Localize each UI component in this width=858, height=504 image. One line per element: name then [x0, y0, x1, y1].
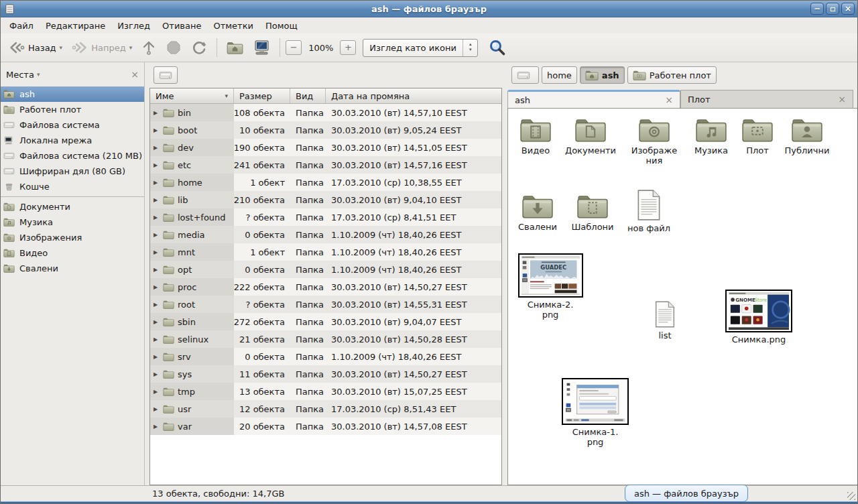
- expander-icon[interactable]: ▶: [154, 284, 160, 290]
- expander-icon[interactable]: ▶: [154, 249, 160, 255]
- menu-item[interactable]: Файл: [3, 19, 40, 33]
- table-row[interactable]: ▶ srv 0 обекта Папка 1.10.2009 (чт) 18,4…: [150, 348, 501, 365]
- expander-icon[interactable]: ▶: [154, 232, 160, 238]
- expander-icon[interactable]: ▶: [154, 127, 160, 133]
- column-header-size[interactable]: Размер: [234, 88, 290, 103]
- computer-button[interactable]: [249, 37, 274, 58]
- sidebar-close-icon[interactable]: ×: [131, 69, 139, 80]
- expander-icon[interactable]: ▶: [154, 214, 160, 220]
- table-row[interactable]: ▶ root ? обекта Папка 30.03.2010 (вт) 14…: [150, 296, 501, 313]
- sidebar-pane-selector[interactable]: Места ▾: [6, 70, 40, 80]
- tab-close-icon[interactable]: ×: [838, 94, 846, 105]
- maximize-button[interactable]: [826, 3, 839, 15]
- menu-item[interactable]: Отметки: [207, 19, 259, 33]
- breadcrumb[interactable]: ash: [580, 66, 625, 84]
- table-row[interactable]: ▶ opt 0 обекта Папка 1.10.2009 (чт) 18,4…: [150, 261, 501, 278]
- reload-button[interactable]: [187, 37, 211, 58]
- table-row[interactable]: ▶ dev 190 обекта Папка 30.03.2010 (вт) 1…: [150, 139, 501, 156]
- back-history-chevron[interactable]: ▾: [60, 44, 63, 51]
- sidebar-bookmark-item[interactable]: Свалени: [1, 261, 144, 276]
- folder-item-images[interactable]: Изображения: [625, 117, 683, 166]
- expander-icon[interactable]: ▶: [154, 267, 160, 273]
- expander-icon[interactable]: ▶: [154, 336, 160, 342]
- root-breadcrumb-button[interactable]: [154, 66, 178, 84]
- sidebar-bookmark-item[interactable]: Изображения: [1, 230, 144, 245]
- image-item-snimka2[interactable]: GUADEC Снимка-2.png: [513, 253, 588, 320]
- table-row[interactable]: ▶ var 20 обекта Папка 30.03.2010 (вт) 14…: [150, 418, 501, 435]
- home-button[interactable]: [223, 38, 247, 58]
- table-row[interactable]: ▶ proc 222 обекта Папка 30.03.2010 (вт) …: [150, 278, 501, 296]
- forward-button[interactable]: Напред ▾: [68, 38, 136, 57]
- expander-icon[interactable]: ▶: [154, 180, 160, 186]
- file-item-list[interactable]: list: [641, 300, 689, 341]
- folder-item-desktop[interactable]: Плот: [737, 117, 778, 156]
- table-row[interactable]: ▶ selinux 21 обекта Папка 30.03.2010 (вт…: [150, 330, 501, 348]
- table-row[interactable]: ▶ usr 12 обекта Папка 17.03.2010 (ср) 8,…: [150, 400, 501, 418]
- tab[interactable]: ash ×: [507, 90, 680, 108]
- column-header-name[interactable]: Име ▾: [150, 88, 234, 103]
- expander-icon[interactable]: ▶: [154, 424, 160, 430]
- menu-item[interactable]: Помощ: [259, 19, 304, 33]
- folder-item-templates[interactable]: Шаблони: [567, 193, 618, 233]
- view-mode-select[interactable]: Изглед като икони ▴▾: [363, 39, 478, 57]
- table-row[interactable]: ▶ mnt 1 обект Папка 1.10.2009 (чт) 18,40…: [150, 243, 501, 261]
- table-row[interactable]: ▶ lost+found ? обекта Папка 17.03.2010 (…: [150, 208, 501, 226]
- breadcrumb[interactable]: [511, 66, 539, 84]
- expander-icon[interactable]: ▶: [154, 302, 160, 308]
- column-header-type[interactable]: Вид: [290, 88, 326, 103]
- image-item-snimka[interactable]: GNOME Store Снимка.png: [720, 290, 798, 345]
- expander-icon[interactable]: ▶: [154, 162, 160, 168]
- sidebar-place-item[interactable]: Файлова система (210 MB): [1, 148, 144, 164]
- expander-icon[interactable]: ▶: [154, 406, 160, 412]
- sidebar-bookmark-item[interactable]: Документи: [1, 199, 144, 214]
- table-row[interactable]: ▶ tmp 13 обекта Папка 30.03.2010 (вт) 15…: [150, 383, 501, 400]
- minimize-button[interactable]: −: [810, 3, 824, 15]
- expander-icon[interactable]: ▶: [154, 354, 160, 360]
- expander-icon[interactable]: ▶: [154, 389, 160, 395]
- zoom-out-button[interactable]: −: [286, 40, 302, 55]
- table-row[interactable]: ▶ boot 10 обекта Папка 30.03.2010 (вт) 9…: [150, 121, 501, 139]
- expander-icon[interactable]: ▶: [154, 319, 160, 325]
- menu-item[interactable]: Отиване: [156, 19, 207, 33]
- folder-item-public[interactable]: Публични: [781, 117, 833, 156]
- zoom-in-button[interactable]: +: [340, 40, 356, 55]
- table-row[interactable]: ▶ etc 241 обекта Папка 30.03.2010 (вт) 1…: [150, 156, 501, 174]
- folder-item-downloads[interactable]: Свалени: [513, 193, 562, 233]
- expander-icon[interactable]: ▶: [154, 197, 160, 203]
- sidebar-place-item[interactable]: Кошче: [1, 179, 144, 194]
- back-button[interactable]: Назад ▾: [5, 38, 66, 57]
- table-row[interactable]: ▶ sbin 272 обекта Папка 30.03.2010 (вт) …: [150, 313, 501, 330]
- folder-item-documents[interactable]: Документи: [562, 117, 619, 156]
- folder-item-music[interactable]: Музика: [687, 117, 735, 156]
- stop-button[interactable]: [162, 37, 186, 58]
- sidebar-bookmark-item[interactable]: Видео: [1, 245, 144, 261]
- up-button[interactable]: [137, 37, 160, 58]
- sidebar-place-item[interactable]: ash: [1, 86, 144, 102]
- tab[interactable]: Плот ×: [680, 90, 853, 108]
- titlebar[interactable]: ash — файлов браузър − ×: [1, 1, 857, 17]
- table-row[interactable]: ▶ media 0 обекта Папка 1.10.2009 (чт) 18…: [150, 226, 501, 243]
- expander-icon[interactable]: ▶: [154, 145, 160, 151]
- expander-icon[interactable]: ▶: [154, 110, 160, 116]
- pane-splitter-2[interactable]: [502, 62, 507, 485]
- breadcrumb[interactable]: Работен плот: [627, 66, 717, 84]
- menu-item[interactable]: Редактиране: [40, 19, 111, 33]
- expander-icon[interactable]: ▶: [154, 371, 160, 377]
- table-row[interactable]: ▶ home 1 обект Папка 17.03.2010 (ср) 10,…: [150, 174, 501, 191]
- table-row[interactable]: ▶ lib 210 обекта Папка 30.03.2010 (вт) 9…: [150, 191, 501, 208]
- search-button[interactable]: [485, 36, 510, 59]
- sidebar-place-item[interactable]: Локална мрежа: [1, 133, 144, 148]
- resize-grip[interactable]: [847, 492, 855, 500]
- table-row[interactable]: ▶ sys 11 обекта Папка 30.03.2010 (вт) 14…: [150, 365, 501, 383]
- sidebar-place-item[interactable]: Файлова система: [1, 117, 144, 133]
- sidebar-place-item[interactable]: Шифриран дял (80 GB): [1, 164, 144, 179]
- folder-item-video[interactable]: Видео: [511, 117, 560, 156]
- tab-close-icon[interactable]: ×: [665, 94, 673, 105]
- sidebar-bookmark-item[interactable]: Музика: [1, 214, 144, 230]
- sidebar-place-item[interactable]: Работен плот: [1, 102, 144, 117]
- menu-item[interactable]: Изглед: [111, 19, 156, 33]
- image-item-snimka1[interactable]: Снимка-1.png: [558, 378, 633, 448]
- column-header-date[interactable]: Дата на промяна: [326, 88, 501, 103]
- breadcrumb[interactable]: home: [542, 66, 577, 84]
- combo-spinner-icon[interactable]: ▴▾: [463, 40, 477, 56]
